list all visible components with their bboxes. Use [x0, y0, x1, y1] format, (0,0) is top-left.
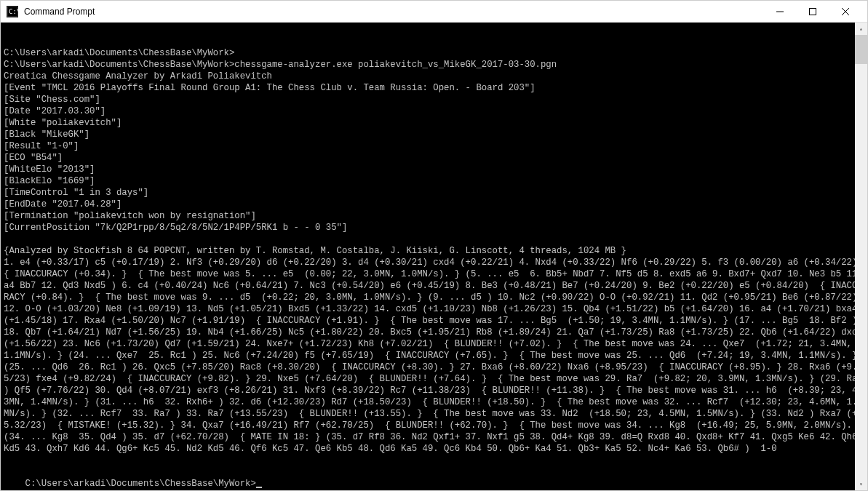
terminal-line	[4, 455, 864, 466]
titlebar-title: Command Prompt	[24, 7, 763, 17]
terminal-line: {Analyzed by Stockfish 8 64 POPCNT, writ…	[4, 245, 864, 257]
terminal-line	[4, 233, 864, 245]
titlebar[interactable]: C:\ Command Prompt	[1, 1, 867, 23]
terminal-line: 1. e4 (+0.33/17) c5 (+0.17/19) 2. Nf3 (+…	[4, 257, 864, 455]
terminal-line: [WhiteElo "2013"]	[4, 164, 864, 175]
terminal-line: [ECO "B54"]	[4, 152, 864, 164]
cmd-icon: C:\	[7, 6, 18, 17]
terminal-output[interactable]: C:\Users\arkadi\Documents\ChessBase\MyWo…	[1, 23, 867, 490]
terminal-line: [CurrentPosition "7k/Q2P1rpp/8/5q2/8/5N2…	[4, 222, 864, 233]
scrollbar[interactable]: ▴ ▾	[855, 23, 867, 490]
scroll-down-button[interactable]: ▾	[855, 478, 867, 490]
minimize-button[interactable]	[763, 1, 796, 22]
maximize-button[interactable]	[796, 1, 829, 22]
cursor	[256, 487, 262, 488]
terminal-line: [Date "2017.03.30"]	[4, 105, 864, 117]
terminal-line: [Black "MikeGK"]	[4, 129, 864, 140]
terminal-line: [Event "TMCL 2016 Playoffs Final Round G…	[4, 82, 864, 94]
terminal-line: C:\Users\arkadi\Documents\ChessBase\MyWo…	[4, 59, 864, 71]
terminal-line: [White "poliakevitch"]	[4, 117, 864, 129]
svg-rect-4	[809, 8, 816, 15]
terminal-line: [TimeControl "1 in 3 days"]	[4, 187, 864, 199]
scroll-up-button[interactable]: ▴	[855, 23, 867, 35]
prompt-line: C:\Users\arkadi\Documents\ChessBase\MyWo…	[25, 479, 256, 489]
svg-text:C:\: C:\	[9, 8, 18, 15]
terminal-text: C:\Users\arkadi\Documents\ChessBase\MyWo…	[4, 47, 864, 466]
terminal-line: C:\Users\arkadi\Documents\ChessBase\MyWo…	[4, 47, 864, 59]
terminal-line: [EndDate "2017.04.28"]	[4, 199, 864, 210]
terminal-line: [Result "1-0"]	[4, 140, 864, 152]
window-controls	[763, 1, 861, 22]
command-prompt-window: C:\ Command Prompt C:\Users\arkadi\Docum…	[0, 0, 868, 491]
scroll-thumb[interactable]	[855, 35, 867, 64]
terminal-line: Creatica Chessgame Analyzer by Arkadi Po…	[4, 71, 864, 82]
terminal-line: [Termination "poliakevitch won by resign…	[4, 210, 864, 222]
terminal-line: [Site "Chess.com"]	[4, 94, 864, 105]
terminal-line: [BlackElo "1669"]	[4, 175, 864, 187]
close-button[interactable]	[829, 1, 861, 22]
